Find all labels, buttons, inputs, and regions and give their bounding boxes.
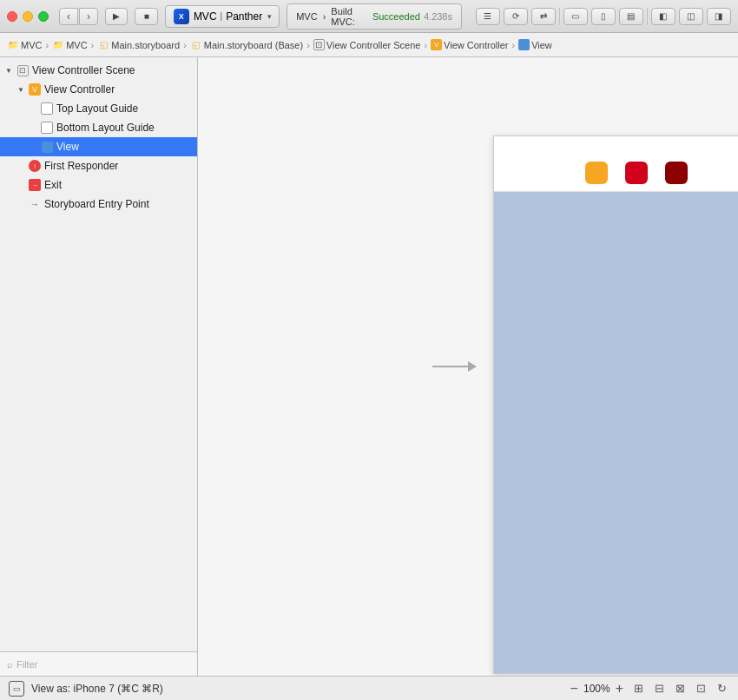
- utilities-toggle-button[interactable]: ◨: [707, 8, 731, 25]
- sidebar-item-top-layout[interactable]: Top Layout Guide: [0, 99, 197, 118]
- build-action: Build MVC:: [331, 6, 369, 27]
- zoom-plus-button[interactable]: +: [616, 682, 623, 696]
- sidebar-content: ⊡ View Controller Scene V View Controlle…: [0, 57, 197, 651]
- sidebar-item-bottom-layout[interactable]: Bottom Layout Guide: [0, 118, 197, 137]
- breadcrumb-bar: 📁 MVC › 📁 MVC › ◱ Main.storyboard › ◱ Ma…: [0, 33, 738, 57]
- breadcrumb-label-5: View Controller: [444, 40, 508, 50]
- sidebar-label-vc: View Controller: [44, 83, 115, 96]
- vc-icon: V: [28, 83, 42, 96]
- iphone-mockup: [493, 135, 738, 674]
- iphone-view: [494, 192, 738, 673]
- breadcrumb-label-4: View Controller Scene: [326, 40, 421, 50]
- debug-toggle-button[interactable]: ◫: [679, 8, 703, 25]
- sidebar-label-exit: Exit: [44, 179, 62, 191]
- folder-icon-1: 📁: [52, 39, 64, 51]
- sidebar-item-vc[interactable]: V View Controller: [0, 80, 197, 99]
- titlebar-controls: ☰ ⟳ ⇄ ▭ ▯ ▤ ◧ ◫ ◨: [476, 8, 731, 25]
- sidebar: ⊡ View Controller Scene V View Controlle…: [0, 57, 198, 676]
- zoom-minus-button[interactable]: −: [570, 682, 578, 696]
- breadcrumb-item-6[interactable]: View: [518, 39, 552, 50]
- traffic-lights: [7, 11, 49, 22]
- navigator-toggle-button[interactable]: ◧: [651, 8, 675, 25]
- scheme-name: MVC: [194, 10, 217, 23]
- back-forward-button[interactable]: ⇄: [531, 8, 556, 25]
- sidebar-filter: ⌕: [0, 651, 197, 676]
- sidebar-item-entry-point[interactable]: → Storyboard Entry Point: [0, 195, 197, 214]
- sidebar-label-vc-scene: View Controller Scene: [32, 64, 135, 76]
- sidebar-item-vc-scene[interactable]: ⊡ View Controller Scene: [0, 61, 197, 80]
- nav-forward-button[interactable]: ›: [79, 8, 98, 25]
- build-status: MVC › Build MVC: Succeeded 4.238s: [287, 3, 462, 30]
- phone-icon: ▭: [13, 684, 21, 693]
- editor-assistant-button[interactable]: ▯: [591, 8, 616, 25]
- scheme-chevron-icon: ▾: [267, 12, 272, 21]
- layout-icon[interactable]: ⊟: [651, 681, 667, 697]
- scene-icon: ⊡: [16, 63, 30, 77]
- titlebar: ‹ › ▶ ■ X MVC | Panther ▾ MVC › Build MV…: [0, 0, 738, 33]
- breadcrumb-item-0[interactable]: 📁 MVC: [7, 39, 42, 51]
- grid-icon[interactable]: ⊞: [630, 681, 646, 697]
- sidebar-label-entry-point: Storyboard Entry Point: [44, 198, 149, 210]
- device-name: Panther: [226, 10, 262, 23]
- canvas-area[interactable]: [198, 57, 738, 676]
- refresh-icon[interactable]: ↻: [714, 681, 729, 697]
- build-time: 4.238s: [424, 11, 452, 22]
- arrow-icon: →: [28, 197, 42, 211]
- sidebar-label-top-layout: Top Layout Guide: [56, 102, 138, 115]
- scene-icon-4: ⊡: [313, 39, 325, 50]
- minimize-button[interactable]: [23, 11, 33, 22]
- first-responder-icon: !: [28, 159, 42, 173]
- editor-version-button[interactable]: ▤: [619, 8, 643, 25]
- layout-guide-icon-2: [40, 121, 54, 135]
- sidebar-item-view[interactable]: View: [0, 137, 197, 156]
- fit-icon[interactable]: ⊡: [693, 681, 708, 697]
- storyboard-icon-2: ◱: [97, 39, 109, 51]
- breadcrumb-item-1[interactable]: 📁 MVC: [52, 39, 87, 51]
- breadcrumb-item-2[interactable]: ◱ Main.storyboard: [97, 39, 180, 51]
- xcode-icon: X: [174, 9, 189, 24]
- status-device-label: View as: iPhone 7 (⌘C ⌘R): [31, 683, 563, 695]
- breadcrumb-item-3[interactable]: ◱ Main.storyboard (Base): [190, 39, 303, 51]
- bc-sep-1: ›: [91, 40, 95, 50]
- scheme-selector[interactable]: X MVC | Panther ▾: [165, 5, 280, 28]
- breadcrumb-label-3: Main.storyboard (Base): [204, 40, 303, 50]
- filter-icon: ⌕: [7, 659, 13, 670]
- filter-input[interactable]: [16, 659, 190, 670]
- close-button[interactable]: [7, 11, 17, 22]
- stop-button[interactable]: ■: [135, 8, 157, 25]
- vc-icon-5: V: [431, 39, 442, 50]
- bc-sep-2: ›: [183, 40, 187, 50]
- align-icon[interactable]: ⊠: [672, 681, 688, 697]
- status-right-icons: ⊞ ⊟ ⊠ ⊡ ↻: [630, 681, 729, 697]
- zoom-controls: − 100% +: [570, 682, 623, 696]
- sidebar-label-first-responder: First Responder: [44, 160, 118, 172]
- separator: [559, 8, 560, 25]
- app-icon: X: [173, 8, 190, 25]
- view-icon-6: [518, 39, 530, 50]
- sidebar-item-first-responder[interactable]: ! First Responder: [0, 156, 197, 175]
- editor-standard-button[interactable]: ▭: [563, 8, 588, 25]
- build-separator: ›: [323, 11, 326, 22]
- nav-arrows: ‹ ›: [59, 8, 98, 25]
- breadcrumb-label-2: Main.storyboard: [111, 40, 180, 50]
- entry-arrow: [432, 366, 476, 367]
- iphone-toolbar: [494, 154, 738, 192]
- build-label: MVC: [296, 11, 317, 22]
- nav-back-button[interactable]: ‹: [59, 8, 78, 25]
- storyboard-icon-3: ◱: [190, 39, 202, 51]
- run-button[interactable]: ▶: [105, 8, 128, 25]
- breadcrumb-item-4[interactable]: ⊡ View Controller Scene: [313, 39, 421, 50]
- scheme-separator: |: [221, 11, 223, 21]
- bc-sep-0: ›: [45, 40, 49, 50]
- exit-icon: →: [28, 178, 42, 192]
- zoom-percent: 100%: [583, 683, 610, 695]
- breadcrumb-item-5[interactable]: V View Controller: [431, 39, 508, 50]
- panel-toggle-button[interactable]: ☰: [476, 8, 500, 25]
- status-bar: ▭ View as: iPhone 7 (⌘C ⌘R) − 100% + ⊞ ⊟…: [0, 676, 738, 700]
- sidebar-item-exit[interactable]: → Exit: [0, 175, 197, 195]
- breadcrumb-label-0: MVC: [21, 40, 42, 50]
- maximize-button[interactable]: [38, 11, 49, 22]
- activity-button[interactable]: ⟳: [504, 8, 528, 25]
- breadcrumb-label-1: MVC: [66, 40, 87, 50]
- iphone-container: [493, 135, 738, 674]
